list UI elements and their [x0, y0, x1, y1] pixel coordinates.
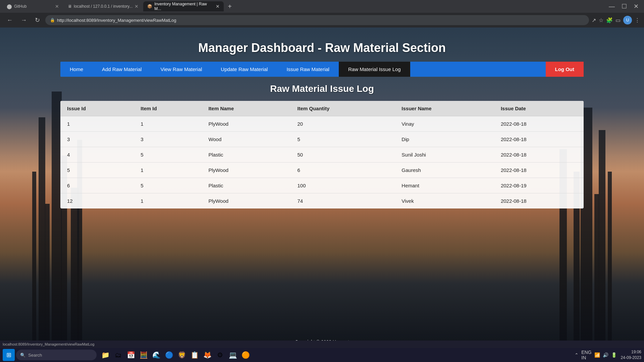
logout-button[interactable]: Log Out [546, 62, 584, 77]
nav-update-raw-material[interactable]: Update Raw Material [211, 62, 277, 77]
tab-localhost-close[interactable]: ✕ [135, 4, 139, 9]
col-header-issuer-name: Issuer Name [395, 101, 494, 116]
nav-add-raw-material[interactable]: Add Raw Material [93, 62, 151, 77]
item-id-cell: 5 [134, 178, 202, 193]
date-cell: 2022-08-19 [494, 178, 584, 193]
wifi-icon[interactable]: 📶 [594, 352, 600, 358]
tab-inventory-close[interactable]: ✕ [216, 4, 220, 9]
taskbar-app-settings[interactable]: ⚙ [214, 349, 226, 361]
tab-github-close[interactable]: ✕ [55, 4, 59, 9]
nav-issue-raw-material[interactable]: Issue Raw Material [277, 62, 339, 77]
window-controls: — ☐ ✕ [606, 1, 641, 11]
minimize-button[interactable]: — [606, 2, 618, 11]
taskbar-app-brave[interactable]: 🦁 [176, 349, 188, 361]
issue-id-cell: 1 [60, 116, 134, 132]
tab-inventory[interactable]: 📦 Inventory Management | Raw M... ✕ [143, 1, 224, 11]
address-bar[interactable]: 🔒 http://localhost:8089/Inventory_Manage… [45, 15, 589, 25]
more-options-icon[interactable]: ⋮ [635, 17, 640, 23]
start-button[interactable]: ⊞ [3, 349, 15, 361]
nav-bar: ← → ↻ 🔒 http://localhost:8089/Inventory_… [0, 13, 644, 27]
taskbar-app-orange[interactable]: 🟠 [239, 349, 252, 361]
taskbar: ⊞ 🔍 Search 📁 🗂 📅 🧮 🌊 🔵 🦁 📋 🦊 ⚙ 💻 🟠 ⌃ ENG… [0, 348, 644, 362]
speaker-icon[interactable]: 🔊 [603, 352, 608, 358]
issuer-cell: Vinay [395, 116, 494, 132]
item-qty-cell: 6 [290, 163, 395, 178]
date-cell: 2022-08-18 [494, 116, 584, 132]
user-avatar[interactable]: U [623, 16, 632, 24]
localhost-icon: 🖥 [68, 4, 72, 9]
tab-localhost-label: localhost / 127.0.0.1 / inventory... [74, 4, 132, 9]
top-nav: Home Add Raw Material View Raw Material … [60, 62, 584, 77]
close-button[interactable]: ✕ [631, 1, 641, 11]
main-container: Manager Dashboard - Raw Material Section… [60, 27, 584, 348]
col-header-issue-id: Issue Id [60, 101, 134, 116]
browser-chrome: ⬤ GitHub ✕ 🖥 localhost / 127.0.0.1 / inv… [0, 0, 644, 27]
date-cell: 2022-08-18 [494, 132, 584, 147]
issue-id-cell: 5 [60, 163, 134, 178]
chevron-up-icon[interactable]: ⌃ [575, 352, 579, 358]
status-bar: localhost:8089/Inventory_Management/view… [0, 341, 644, 348]
tab-bar: ⬤ GitHub ✕ 🖥 localhost / 127.0.0.1 / inv… [0, 0, 644, 13]
issue-id-cell: 6 [60, 178, 134, 193]
github-icon: ⬤ [7, 4, 12, 9]
nav-view-raw-material[interactable]: View Raw Material [151, 62, 211, 77]
nav-home[interactable]: Home [60, 62, 93, 77]
issue-id-cell: 3 [60, 132, 134, 147]
tab-github[interactable]: ⬤ GitHub ✕ [3, 1, 63, 11]
issue-id-cell: 4 [60, 147, 134, 163]
bookmark-icon[interactable]: ☆ [599, 17, 603, 23]
item-name-cell: Plastic [202, 147, 290, 163]
taskbar-right: ⌃ ENGIN 📶 🔊 🔋 19:06 24-09-2023 [575, 349, 641, 361]
taskbar-search[interactable]: 🔍 Search [16, 350, 97, 360]
search-icon: 🔍 [20, 353, 25, 358]
battery-icon[interactable]: 🔋 [611, 352, 617, 358]
issuer-cell: Gauresh [395, 163, 494, 178]
table-row: 51PlyWood6Gauresh2022-08-18 [60, 163, 584, 178]
date-cell: 2022-08-18 [494, 147, 584, 163]
split-view-icon[interactable]: ▭ [615, 17, 621, 23]
taskbar-app-files[interactable]: 📁 [99, 349, 111, 361]
forward-button[interactable]: → [18, 15, 30, 25]
taskbar-app-terminal[interactable]: 💻 [227, 349, 239, 361]
item-name-cell: Wood [202, 132, 290, 147]
nav-raw-material-issue-log[interactable]: Raw Material Issue Log [339, 62, 410, 77]
add-tab-button[interactable]: + [224, 3, 235, 10]
table-row: 65Plastic100Hemant2022-08-19 [60, 178, 584, 193]
taskbar-app-edge[interactable]: 🌊 [150, 349, 162, 361]
status-url: localhost:8089/Inventory_Management/view… [3, 342, 94, 346]
maximize-button[interactable]: ☐ [619, 1, 630, 11]
item-name-cell: PlyWood [202, 163, 290, 178]
item-name-cell: PlyWood [202, 193, 290, 209]
back-button[interactable]: ← [4, 15, 15, 25]
issuer-cell: Sunil Joshi [395, 147, 494, 163]
taskbar-app-explorer[interactable]: 🗂 [112, 349, 124, 361]
col-header-item-qty: Item Quantity [290, 101, 395, 116]
lang-indicator: ENGIN [581, 350, 591, 360]
share-icon[interactable]: ↗ [592, 17, 596, 23]
taskbar-app-calendar[interactable]: 📅 [125, 349, 137, 361]
taskbar-app-notes[interactable]: 📋 [189, 349, 201, 361]
item-id-cell: 1 [134, 193, 202, 209]
lock-icon: 🔒 [50, 18, 55, 22]
taskbar-app-firefox[interactable]: 🦊 [201, 349, 213, 361]
col-header-issue-date: Issue Date [494, 101, 584, 116]
taskbar-app-chrome[interactable]: 🔵 [163, 349, 175, 361]
reload-button[interactable]: ↻ [32, 15, 43, 25]
nav-actions: ↗ ☆ 🧩 ▭ U ⋮ [592, 16, 640, 24]
extensions-icon[interactable]: 🧩 [606, 17, 613, 23]
taskbar-datetime: 19:06 24-09-2023 [621, 349, 641, 361]
date-cell: 2022-08-18 [494, 163, 584, 178]
taskbar-system-icons: ⌃ ENGIN 📶 🔊 🔋 [575, 350, 616, 360]
taskbar-app-calculator[interactable]: 🧮 [138, 349, 150, 361]
url-text: http://localhost:8089/Inventory_Manageme… [57, 18, 176, 23]
item-qty-cell: 100 [290, 178, 395, 193]
item-name-cell: PlyWood [202, 116, 290, 132]
item-qty-cell: 20 [290, 116, 395, 132]
taskbar-apps: 📁 🗂 📅 🧮 🌊 🔵 🦁 📋 🦊 ⚙ 💻 🟠 [99, 349, 252, 361]
tab-github-label: GitHub [14, 4, 26, 9]
issuer-cell: Vivek [395, 193, 494, 209]
tab-localhost[interactable]: 🖥 localhost / 127.0.0.1 / inventory... ✕ [64, 1, 143, 11]
table-header-row: Issue Id Item Id Item Name Item Quantity… [60, 101, 584, 116]
section-title: Raw Material Issue Log [60, 83, 584, 94]
current-date: 24-09-2023 [621, 355, 641, 361]
